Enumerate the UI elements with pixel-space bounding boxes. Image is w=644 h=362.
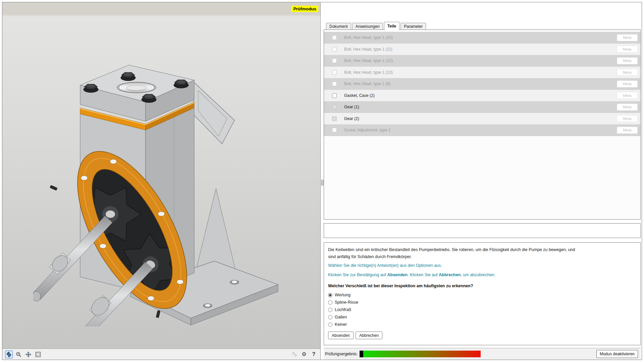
radio-button[interactable] <box>328 308 332 312</box>
meta-button[interactable]: Meta <box>617 57 638 64</box>
part-checkbox[interactable] <box>332 70 337 75</box>
radio-button[interactable] <box>328 293 332 297</box>
inspection-pane: DokumentAnweisungenTeileParameter Bolt, … <box>324 2 641 360</box>
cancel-button[interactable]: Abbrechen <box>356 331 382 339</box>
part-checkbox[interactable] <box>332 58 337 63</box>
meta-button[interactable]: Meta <box>617 92 638 99</box>
splitter-grip[interactable] <box>321 180 323 186</box>
answer-options: WertungSpline-RisseLochfraßGallenKeiner <box>328 291 636 328</box>
part-row[interactable]: Gasket, Case (2)Meta <box>324 90 640 102</box>
viewport-3d[interactable]: Prüfmodus <box>2 2 321 349</box>
tab-dokument[interactable]: Dokument <box>326 23 351 30</box>
tab-strip: DokumentAnweisungenTeileParameter <box>326 22 426 30</box>
pan-tool-button[interactable] <box>24 351 32 358</box>
part-checkbox[interactable] <box>332 105 337 109</box>
question-text: Welcher Verschleiß ist bei dieser Inspek… <box>328 283 636 290</box>
score-bar <box>360 351 481 357</box>
option-label: Keiner <box>335 322 347 327</box>
deselect-icon[interactable] <box>290 351 298 358</box>
part-label: Bolt, Hex Head, type 1 (11) <box>344 47 617 52</box>
pump-model <box>33 58 288 326</box>
part-checkbox[interactable] <box>332 81 337 86</box>
result-label: Prüfungsergebnis: <box>325 352 358 356</box>
instruction-line-3: Klicken Sie zur Bestätigung auf Absenden… <box>328 272 636 279</box>
fit-view-tool-button[interactable] <box>34 351 42 358</box>
score-gradient <box>363 351 481 357</box>
answer-option[interactable]: Wertung <box>328 291 636 299</box>
viewport-pane: Prüfmodus <box>2 2 321 360</box>
part-checkbox[interactable] <box>332 116 337 121</box>
parts-list: Bolt, Hex Head, type 1 (10)MetaBolt, Hex… <box>324 30 640 136</box>
settings-gear-icon[interactable]: ⚙ <box>300 351 308 358</box>
part-label: Gasket, Case (2) <box>344 93 617 98</box>
part-row[interactable]: Bolt, Hex Head, type 1 (10)Meta <box>324 32 640 44</box>
app-window: Prüfmodus <box>2 2 642 360</box>
answer-option[interactable]: Spline-Risse <box>328 299 636 306</box>
meta-button[interactable]: Meta <box>617 104 638 111</box>
part-row[interactable]: Bolt, Hex Head, type 1 (9)Meta <box>324 78 640 90</box>
part-row[interactable]: Bolt, Hex Head, type 1 (13)Meta <box>324 67 640 78</box>
status-bar: Prüfungsergebnis: Modus deaktivieren <box>324 348 641 360</box>
part-row[interactable]: Gear (1)Meta <box>324 101 640 113</box>
part-label: Bolt, Hex Head, type 1 (13) <box>344 70 617 75</box>
part-checkbox[interactable] <box>332 47 337 52</box>
part-row[interactable]: Gear (2)Meta <box>324 113 640 125</box>
part-label: Gear (1) <box>344 105 617 109</box>
radio-button[interactable] <box>328 322 332 327</box>
part-label: Screw, Adjustment, type 1 <box>344 128 617 132</box>
part-checkbox[interactable] <box>332 35 337 40</box>
meta-button[interactable]: Meta <box>617 115 638 122</box>
deactivate-mode-button[interactable]: Modus deaktivieren <box>596 350 638 358</box>
viewport-toolbar: ⚙ ? <box>2 349 321 360</box>
part-row[interactable]: Screw, Adjustment, type 1Meta <box>324 124 640 136</box>
part-label: Bolt, Hex Head, type 1 (9) <box>344 81 617 86</box>
zoom-tool-button[interactable] <box>15 351 22 358</box>
option-label: Lochfraß <box>335 307 351 312</box>
instruction-line-2: Wählen Sie die richtige(n) Antwort(en) a… <box>328 262 636 269</box>
help-icon[interactable]: ? <box>310 351 318 358</box>
part-label: Gear (2) <box>344 116 617 121</box>
answer-option[interactable]: Keiner <box>328 321 636 328</box>
part-checkbox[interactable] <box>332 93 337 98</box>
parts-tab-page: Bolt, Hex Head, type 1 (10)MetaBolt, Hex… <box>324 29 641 220</box>
tab-anweisungen[interactable]: Anweisungen <box>352 23 383 30</box>
part-row[interactable]: Bolt, Hex Head, type 1 (12)Meta <box>324 55 640 67</box>
radio-button[interactable] <box>328 300 332 305</box>
radio-button[interactable] <box>328 315 332 319</box>
meta-button[interactable]: Meta <box>617 69 638 76</box>
meta-button[interactable]: Meta <box>617 80 638 87</box>
part-label: Bolt, Hex Head, type 1 (12) <box>344 58 617 63</box>
answer-option[interactable]: Gallen <box>328 313 636 321</box>
mode-badge: Prüfmodus <box>291 6 318 12</box>
option-label: Wertung <box>335 293 351 297</box>
submit-button[interactable]: Absenden <box>328 331 354 339</box>
meta-button[interactable]: Meta <box>617 34 638 41</box>
option-label: Spline-Risse <box>335 300 358 305</box>
instructions-panel: Die Keilwellen sind ein kritischer Besta… <box>324 242 641 345</box>
tab-parameter[interactable]: Parameter <box>400 23 426 30</box>
tab-teile[interactable]: Teile <box>384 22 399 30</box>
part-row[interactable]: Bolt, Hex Head, type 1 (11)Meta <box>324 44 640 55</box>
selection-field[interactable] <box>324 223 641 238</box>
pane-splitter[interactable] <box>321 2 324 360</box>
meta-button[interactable]: Meta <box>617 46 638 53</box>
part-label: Bolt, Hex Head, type 1 (10) <box>344 35 617 40</box>
answer-option[interactable]: Lochfraß <box>328 306 636 313</box>
part-checkbox[interactable] <box>332 128 337 132</box>
score-marker <box>360 351 363 357</box>
meta-button[interactable]: Meta <box>617 127 638 134</box>
option-label: Gallen <box>335 315 347 319</box>
orbit-tool-button[interactable] <box>5 351 13 358</box>
instruction-line-1: Die Keilwellen sind ein kritischer Besta… <box>328 246 576 260</box>
